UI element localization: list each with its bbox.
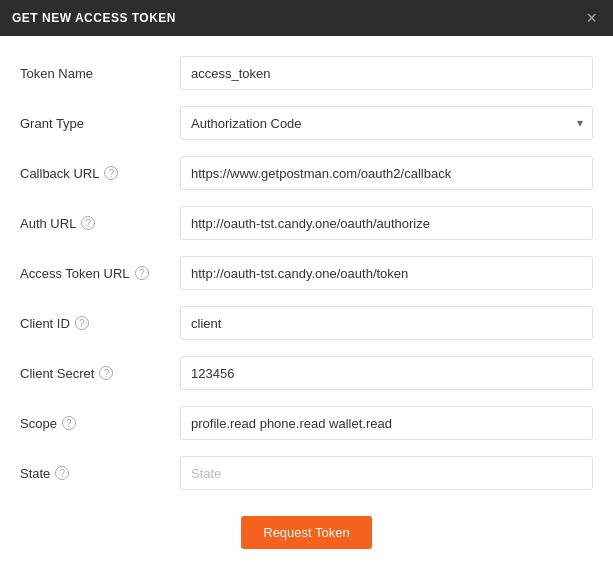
auth-url-label: Auth URL ? bbox=[20, 216, 180, 231]
state-input[interactable] bbox=[180, 456, 593, 490]
token-name-row: Token Name bbox=[20, 56, 593, 90]
grant-type-select-wrapper: Authorization Code Implicit Password Cre… bbox=[180, 106, 593, 140]
access-token-url-label: Access Token URL ? bbox=[20, 266, 180, 281]
scope-help-icon: ? bbox=[62, 416, 76, 430]
client-secret-input[interactable] bbox=[180, 356, 593, 390]
state-help-icon: ? bbox=[55, 466, 69, 480]
access-token-url-row: Access Token URL ? bbox=[20, 256, 593, 290]
grant-type-row: Grant Type Authorization Code Implicit P… bbox=[20, 106, 593, 140]
callback-url-label: Callback URL ? bbox=[20, 166, 180, 181]
client-secret-help-icon: ? bbox=[99, 366, 113, 380]
grant-type-select[interactable]: Authorization Code Implicit Password Cre… bbox=[180, 106, 593, 140]
modal-title: GET NEW ACCESS TOKEN bbox=[12, 11, 176, 25]
state-row: State ? bbox=[20, 456, 593, 490]
client-id-label: Client ID ? bbox=[20, 316, 180, 331]
modal-body: Token Name Grant Type Authorization Code… bbox=[0, 36, 613, 506]
scope-row: Scope ? bbox=[20, 406, 593, 440]
auth-url-row: Auth URL ? bbox=[20, 206, 593, 240]
grant-type-label: Grant Type bbox=[20, 116, 180, 131]
token-name-input[interactable] bbox=[180, 56, 593, 90]
scope-input[interactable] bbox=[180, 406, 593, 440]
modal: GET NEW ACCESS TOKEN × Token Name Grant … bbox=[0, 0, 613, 569]
access-token-url-input[interactable] bbox=[180, 256, 593, 290]
modal-header: GET NEW ACCESS TOKEN × bbox=[0, 0, 613, 36]
callback-url-input[interactable] bbox=[180, 156, 593, 190]
token-name-label: Token Name bbox=[20, 66, 180, 81]
modal-footer: Request Token bbox=[0, 506, 613, 569]
state-label: State ? bbox=[20, 466, 180, 481]
callback-url-row: Callback URL ? bbox=[20, 156, 593, 190]
auth-url-help-icon: ? bbox=[81, 216, 95, 230]
callback-url-help-icon: ? bbox=[104, 166, 118, 180]
client-id-input[interactable] bbox=[180, 306, 593, 340]
scope-label: Scope ? bbox=[20, 416, 180, 431]
client-secret-row: Client Secret ? bbox=[20, 356, 593, 390]
access-token-url-help-icon: ? bbox=[135, 266, 149, 280]
auth-url-input[interactable] bbox=[180, 206, 593, 240]
client-id-help-icon: ? bbox=[75, 316, 89, 330]
client-secret-label: Client Secret ? bbox=[20, 366, 180, 381]
client-id-row: Client ID ? bbox=[20, 306, 593, 340]
close-button[interactable]: × bbox=[582, 5, 601, 31]
request-token-button[interactable]: Request Token bbox=[241, 516, 372, 549]
